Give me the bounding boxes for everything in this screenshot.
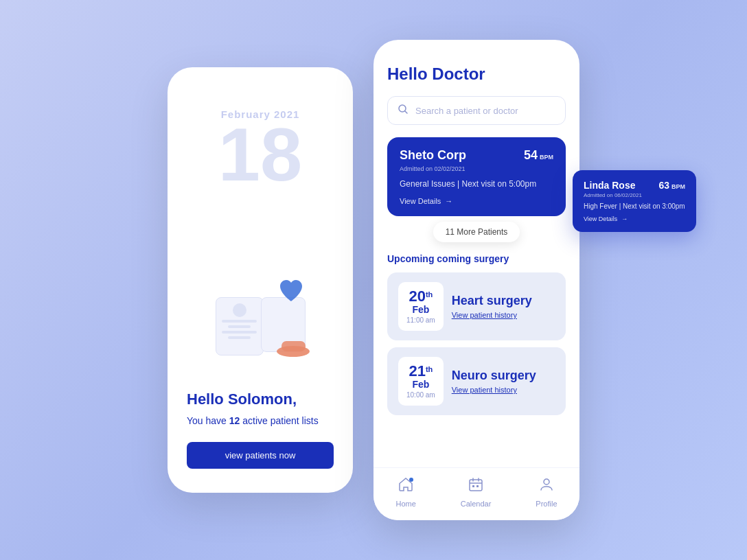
main-patient-card[interactable]: Sheto Corp 54 BPM Admitted on 02/02/2021… — [387, 137, 566, 216]
subtext: You have 12 active patient lists — [187, 414, 334, 428]
svg-line-3 — [405, 111, 407, 113]
nav-label-home: Home — [395, 500, 415, 508]
date-badge-1: 20th Feb 11:00 am — [398, 282, 444, 331]
issues-text: General Issues | Next visit on 5:00pm — [400, 179, 553, 189]
search-bar[interactable]: Search a patient or doctor — [387, 96, 566, 125]
calendar-icon — [468, 476, 484, 497]
surgery-month-2: Feb — [406, 379, 435, 390]
view-history-link-1[interactable]: View patient history — [452, 311, 555, 319]
date-watermark: February 2021 18 — [168, 108, 353, 192]
profile-icon — [538, 476, 555, 497]
bottom-content: Hello Solomon, You have 12 active patien… — [187, 390, 334, 469]
floating-bpm-badge: 63 BPM — [658, 180, 685, 191]
floating-bpm-number: 63 — [658, 180, 669, 191]
nav-item-profile[interactable]: Profile — [536, 476, 557, 508]
surgery-month-1: Feb — [406, 304, 435, 315]
surgery-day-1: 20 — [409, 288, 425, 305]
nav-item-calendar[interactable]: Calendar — [461, 476, 492, 508]
search-icon — [398, 104, 409, 117]
view-details-link[interactable]: View Details → — [400, 197, 553, 205]
page-title: Hello Doctor — [387, 65, 566, 84]
upcoming-surgery-title: Upcoming coming surgery — [387, 253, 566, 264]
view-patients-button[interactable]: view patients now — [187, 442, 334, 469]
svg-rect-1 — [281, 341, 306, 351]
patient-name: Sheto Corp — [400, 148, 466, 163]
active-count: 12 — [229, 415, 240, 426]
heart-icon — [277, 277, 306, 308]
home-icon — [398, 476, 414, 497]
surgery-time-2: 10:00 am — [406, 391, 435, 399]
left-phone: February 2021 18 — [168, 67, 353, 493]
svg-point-4 — [409, 478, 413, 482]
surgery-day-2: 21 — [409, 362, 425, 380]
svg-rect-9 — [472, 485, 474, 487]
nav-item-home[interactable]: Home — [395, 476, 415, 508]
nav-label-calendar: Calendar — [461, 500, 492, 508]
surgery-day-suffix-2: th — [426, 365, 433, 373]
floating-view-details-link[interactable]: View Details → — [584, 215, 685, 222]
floating-bpm-unit: BPM — [671, 183, 685, 190]
floating-patient-name: Linda Rose — [584, 180, 635, 191]
nav-label-profile: Profile — [536, 500, 557, 508]
surgery-name-1: Heart surgery — [452, 294, 555, 308]
surgery-card-1[interactable]: 20th Feb 11:00 am Heart surgery View pat… — [387, 272, 566, 340]
right-phone: Hello Doctor Search a patient or doctor … — [374, 40, 579, 520]
subtext-prefix: You have — [187, 415, 229, 426]
day-number: 18 — [168, 117, 353, 192]
patient-card-header: Sheto Corp 54 BPM — [400, 148, 553, 163]
bpm-number: 54 — [524, 148, 538, 163]
doc-card-1 — [216, 297, 264, 355]
date-badge-2: 21th Feb 10:00 am — [398, 357, 444, 406]
floating-admitted-text: Admitted on 06/02/2021 — [584, 192, 685, 198]
floating-card-header: Linda Rose 63 BPM — [584, 180, 685, 191]
surgery-name-2: Neuro surgery — [452, 369, 555, 383]
bpm-badge: 54 BPM — [524, 148, 553, 163]
bottom-nav: Home Calendar — [374, 467, 579, 520]
surgery-card-2[interactable]: 21th Feb 10:00 am Neuro surgery View pat… — [387, 347, 566, 415]
more-patients-button[interactable]: 11 More Patients — [433, 222, 520, 242]
phones-container: February 2021 18 — [168, 40, 579, 520]
floating-patient-card[interactable]: Linda Rose 63 BPM Admitted on 06/02/2021… — [573, 170, 696, 232]
subtext-suffix: active patient lists — [240, 415, 318, 426]
surgery-day-suffix-1: th — [426, 290, 433, 299]
greeting: Hello Solomon, — [187, 390, 334, 408]
search-placeholder: Search a patient or doctor — [415, 106, 518, 116]
illustration — [181, 246, 339, 355]
svg-rect-10 — [476, 485, 479, 487]
svg-point-11 — [544, 479, 549, 485]
surgery-info-2: Neuro surgery View patient history — [452, 369, 555, 394]
hand-icon — [275, 334, 312, 361]
view-history-link-2[interactable]: View patient history — [452, 386, 555, 394]
bpm-unit: BPM — [540, 154, 553, 161]
floating-issues-text: High Fever | Next visit on 3:00pm — [584, 202, 685, 210]
more-patients-wrapper: 11 More Patients — [387, 222, 566, 253]
phone-right-content: Hello Doctor Search a patient or doctor … — [374, 40, 579, 467]
admitted-text: Admitted on 02/02/2021 — [400, 165, 553, 172]
surgery-info-1: Heart surgery View patient history — [452, 294, 555, 319]
svg-rect-5 — [470, 480, 482, 491]
surgery-time-1: 11:00 am — [406, 316, 435, 324]
